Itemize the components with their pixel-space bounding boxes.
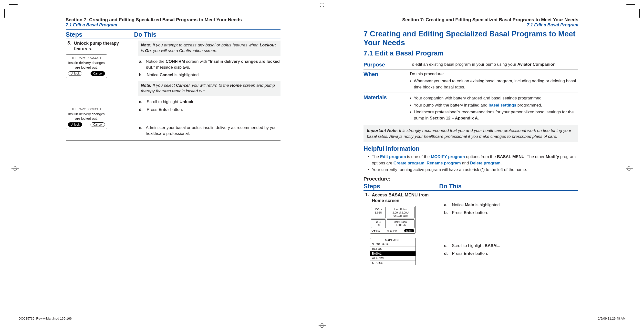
dothis-column-header: Do This: [134, 31, 280, 38]
cancel-button: Cancel: [90, 122, 105, 127]
substep-list-2: c. Scroll to highlight Unlock. d. Press …: [138, 99, 280, 113]
rule: [364, 269, 578, 269]
cancel-button: Cancel: [90, 71, 105, 76]
menu-item-stop-basal: STOP BASAL: [370, 242, 416, 247]
menu-item-status: STATUS: [370, 261, 416, 265]
note-box-1: Note: If you attempt to access any basal…: [138, 41, 280, 56]
substep-list-3: e. Administer your basal or bolus insuli…: [138, 125, 280, 137]
when-row: When Do this procedure: Whenever you nee…: [364, 70, 578, 93]
registration-mark-right: [627, 166, 631, 171]
dothis-column-header: Do This: [439, 183, 462, 190]
substep-e: e. Administer your basal or bolus insuli…: [139, 125, 280, 137]
section-7-1-heading: 7.1 Edit a Basal Program: [364, 49, 578, 57]
materials-bullet-1: Your companion with battery charged and …: [410, 95, 578, 101]
chapter-title: 7 Creating and Editing Specialized Basal…: [364, 30, 578, 47]
device-screen-lockout-cancel: THERAPY LOCKOUT Insulin delivery changes…: [66, 55, 107, 78]
when-bullet: Whenever you need to edit an existing ba…: [410, 78, 578, 90]
step-title: Unlock pump therapy features.: [74, 41, 134, 52]
procedure-heading: Procedure:: [364, 176, 578, 182]
section-header: Section 7: Creating and Editing Speciali…: [364, 17, 578, 23]
substep-list-cd: c. Scroll to highlight BASAL. d. Press E…: [443, 243, 578, 256]
substep-list-ab: a. Notice Main is highlighted. b. Press …: [443, 202, 578, 216]
device-screen-lockout-unlock: THERAPY LOCKOUT Insulin delivery changes…: [66, 106, 107, 129]
helpful-item-1: The Edit program is one of the MODIFY pr…: [368, 154, 578, 166]
note-label: Note:: [141, 83, 151, 88]
substep-c: c. Scroll to highlight BASAL.: [444, 243, 578, 249]
registration-mark-left: [13, 166, 17, 171]
registration-mark-top: [320, 3, 324, 7]
step-number: 5.: [66, 41, 71, 52]
rule: [364, 59, 578, 59]
rule: [66, 39, 280, 39]
page-165: Section 7: Creating and Editing Speciali…: [41, 17, 305, 333]
menu-item-alarms: ALARMS: [370, 256, 416, 261]
imposition-timestamp: 2/9/09 11:29:48 AM: [598, 317, 626, 320]
rule: [66, 140, 280, 141]
menu-title: MAIN MENU: [370, 238, 416, 242]
important-note-label: Important Note:: [367, 128, 398, 133]
step-number: 1.: [364, 192, 369, 204]
when-value: Do this procedure: Whenever you need to …: [410, 71, 578, 91]
spread: Section 7: Creating and Editing Speciali…: [0, 0, 644, 333]
qbolus-label: QBolus: [372, 229, 380, 232]
section-header: Section 7: Creating and Editing Speciali…: [66, 17, 280, 23]
when-label: When: [364, 71, 410, 91]
screen-title: THERAPY LOCKOUT: [68, 56, 105, 60]
substep-b: b. Notice Cancel is highlighted.: [139, 72, 280, 78]
rule: [364, 190, 578, 191]
materials-value: Your companion with battery charged and …: [410, 94, 578, 122]
crop-mark: [4, 9, 5, 18]
substep-a: a. Notice Main is highlighted.: [444, 202, 578, 208]
substep-d: d. Press Enter button.: [444, 251, 578, 256]
substep-c: c. Scroll to highlight Unlock.: [139, 99, 280, 105]
materials-bullet-2: Your pump with the battery installed and…: [410, 102, 578, 109]
device-screen-home: IOB ≥ 1.96U Last Bolus 2.00 of 2.00U 0h …: [370, 206, 416, 234]
materials-label: Materials: [364, 94, 410, 122]
materials-bullet-3: Healthcare professional's recommendation…: [410, 109, 578, 121]
note-label: Note:: [141, 43, 151, 47]
substep-list: a. Notice the CONFIRM screen with "Insul…: [138, 59, 280, 78]
helpful-info-list: The Edit program is one of the MODIFY pr…: [364, 154, 578, 173]
rule: [66, 29, 280, 30]
unlock-button: Unlock: [68, 71, 82, 76]
helpful-item-2: Your currently running active program wi…: [368, 167, 578, 173]
important-note: Important Note: It is strongly recommend…: [364, 125, 578, 142]
registration-mark-bottom: [320, 323, 324, 328]
crop-mark: [9, 5, 18, 5]
time-label: 5:13 PM: [388, 229, 398, 232]
purpose-row: Purpose To edit an existing basal progra…: [364, 60, 578, 70]
info-table: Purpose To edit an existing basal progra…: [364, 60, 578, 124]
substep-a: a. Notice the CONFIRM screen with "Insul…: [139, 59, 280, 70]
purpose-value: To edit an existing basal program in you…: [410, 62, 578, 68]
step-title: Access BASAL MENU from Home screen.: [372, 192, 432, 204]
screen-title: THERAPY LOCKOUT: [68, 108, 105, 111]
substep-d: d. Press Enter button.: [139, 107, 280, 113]
unlock-button: Unlock: [68, 122, 82, 127]
main-pill: Main: [404, 229, 414, 232]
crop-mark: [626, 5, 635, 5]
section-subhead: 7.1 Edit a Basal Program: [364, 23, 578, 28]
page-166: Section 7: Creating and Editing Speciali…: [339, 17, 603, 333]
device-screen-main-menu: MAIN MENU STOP BASAL BOLUS BASAL ALARMS …: [370, 238, 416, 265]
purpose-label: Purpose: [364, 62, 410, 68]
section-subhead: 7.1 Edit a Basal Program: [66, 23, 280, 28]
imposition-file: DOC15736_Rev-A-Man.indd 165-166: [18, 317, 72, 320]
steps-column-header: Steps: [364, 183, 380, 190]
menu-item-bolus: BOLUS: [370, 247, 416, 251]
screen-body: Insulin delivery changes are locked out.: [68, 112, 105, 121]
note-box-2: Note: If you select Cancel, you will ret…: [138, 81, 280, 96]
materials-row: Materials Your companion with battery ch…: [364, 93, 578, 124]
screen-body: Insulin delivery changes are locked out.: [68, 61, 105, 70]
crop-mark: [639, 9, 640, 18]
substep-b: b. Press Enter button.: [444, 210, 578, 216]
menu-item-basal: BASAL: [370, 251, 416, 256]
steps-column-header: Steps: [66, 31, 134, 38]
helpful-info-heading: Helpful Information: [364, 145, 578, 152]
